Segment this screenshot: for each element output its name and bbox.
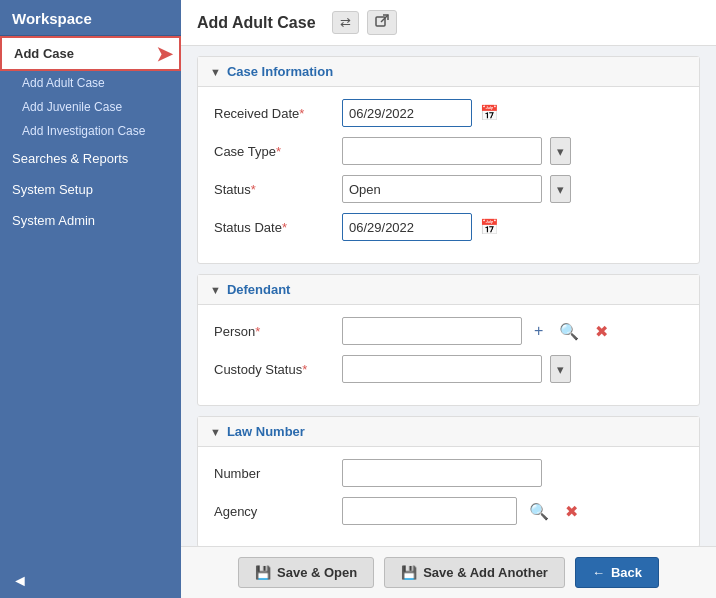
case-type-input[interactable] xyxy=(342,137,542,165)
law-number-title: Law Number xyxy=(227,424,305,439)
case-type-dropdown-arrow[interactable]: ▾ xyxy=(550,137,571,165)
number-input[interactable] xyxy=(342,459,542,487)
case-type-row: Case Type* ▾ xyxy=(214,137,683,165)
custody-status-required: * xyxy=(302,362,307,377)
defendant-chevron-icon: ▼ xyxy=(210,284,221,296)
custody-status-dropdown-arrow[interactable]: ▾ xyxy=(550,355,571,383)
sidebar-workspace[interactable]: Workspace xyxy=(0,0,181,36)
back-arrow-icon: ← xyxy=(592,565,605,580)
custody-status-input[interactable] xyxy=(342,355,542,383)
sidebar-subitem-add-adult-case[interactable]: Add Adult Case xyxy=(0,71,181,95)
defendant-header[interactable]: ▼ Defendant xyxy=(198,275,699,305)
defendant-body: Person* + 🔍 ✖ Custody Status* ▾ xyxy=(198,305,699,405)
status-required: * xyxy=(251,182,256,197)
person-clear-icon[interactable]: ✖ xyxy=(591,320,612,343)
defendant-title: Defendant xyxy=(227,282,291,297)
status-date-required: * xyxy=(282,220,287,235)
agency-label: Agency xyxy=(214,504,334,519)
received-date-label: Received Date* xyxy=(214,106,334,121)
save-open-label: Save & Open xyxy=(277,565,357,580)
person-label: Person* xyxy=(214,324,334,339)
case-information-body: Received Date* 📅 Case Type* ▾ Status* ▾ xyxy=(198,87,699,263)
law-number-chevron-icon: ▼ xyxy=(210,426,221,438)
person-required: * xyxy=(255,324,260,339)
received-date-input[interactable] xyxy=(342,99,472,127)
case-information-title: Case Information xyxy=(227,64,333,79)
main-footer: 💾 Save & Open 💾 Save & Add Another ← Bac… xyxy=(181,546,716,598)
save-add-another-button[interactable]: 💾 Save & Add Another xyxy=(384,557,565,588)
received-date-required: * xyxy=(299,106,304,121)
sidebar-add-case-label: Add Case xyxy=(14,46,74,61)
agency-row: Agency 🔍 ✖ xyxy=(214,497,683,525)
save-open-icon: 💾 xyxy=(255,565,271,580)
save-add-another-label: Save & Add Another xyxy=(423,565,548,580)
custody-status-row: Custody Status* ▾ xyxy=(214,355,683,383)
person-search-icon[interactable]: 🔍 xyxy=(555,320,583,343)
save-add-another-icon: 💾 xyxy=(401,565,417,580)
law-number-header[interactable]: ▼ Law Number xyxy=(198,417,699,447)
main-content: Add Adult Case ⇄ ▼ Case Information Rece… xyxy=(181,0,716,598)
status-row: Status* ▾ xyxy=(214,175,683,203)
person-add-icon[interactable]: + xyxy=(530,320,547,342)
sidebar-item-add-case[interactable]: Add Case ➤ xyxy=(0,36,181,71)
sidebar: Workspace Add Case ➤ Add Adult Case Add … xyxy=(0,0,181,598)
sidebar-system-admin[interactable]: System Admin xyxy=(0,205,181,236)
status-date-calendar-icon[interactable]: 📅 xyxy=(480,218,499,236)
status-dropdown-arrow[interactable]: ▾ xyxy=(550,175,571,203)
agency-search-icon[interactable]: 🔍 xyxy=(525,500,553,523)
received-date-calendar-icon[interactable]: 📅 xyxy=(480,104,499,122)
sidebar-subitem-add-investigation-case[interactable]: Add Investigation Case xyxy=(0,119,181,143)
agency-input[interactable] xyxy=(342,497,517,525)
status-date-label: Status Date* xyxy=(214,220,334,235)
chevron-down-icon: ▼ xyxy=(210,66,221,78)
status-input[interactable] xyxy=(342,175,542,203)
back-label: Back xyxy=(611,565,642,580)
number-row: Number xyxy=(214,459,683,487)
refresh-button[interactable]: ⇄ xyxy=(332,11,359,34)
status-date-row: Status Date* 📅 xyxy=(214,213,683,241)
received-date-row: Received Date* 📅 xyxy=(214,99,683,127)
red-arrow-icon: ➤ xyxy=(156,42,173,66)
page-title: Add Adult Case xyxy=(197,14,316,32)
case-type-label: Case Type* xyxy=(214,144,334,159)
save-open-button[interactable]: 💾 Save & Open xyxy=(238,557,374,588)
main-body: ▼ Case Information Received Date* 📅 Case… xyxy=(181,46,716,546)
number-label: Number xyxy=(214,466,334,481)
main-header: Add Adult Case ⇄ xyxy=(181,0,716,46)
person-row: Person* + 🔍 ✖ xyxy=(214,317,683,345)
sidebar-collapse-button[interactable]: ◄ xyxy=(0,564,181,598)
status-date-input[interactable] xyxy=(342,213,472,241)
sidebar-subitem-add-juvenile-case[interactable]: Add Juvenile Case xyxy=(0,95,181,119)
external-link-button[interactable] xyxy=(367,10,397,35)
case-type-required: * xyxy=(276,144,281,159)
external-link-icon xyxy=(375,14,389,28)
agency-clear-icon[interactable]: ✖ xyxy=(561,500,582,523)
law-number-section: ▼ Law Number Number Agency 🔍 ✖ xyxy=(197,416,700,546)
status-label: Status* xyxy=(214,182,334,197)
person-input[interactable] xyxy=(342,317,522,345)
custody-status-label: Custody Status* xyxy=(214,362,334,377)
sidebar-searches-reports[interactable]: Searches & Reports xyxy=(0,143,181,174)
defendant-section: ▼ Defendant Person* + 🔍 ✖ Custody Status… xyxy=(197,274,700,406)
case-information-header[interactable]: ▼ Case Information xyxy=(198,57,699,87)
back-button[interactable]: ← Back xyxy=(575,557,659,588)
law-number-body: Number Agency 🔍 ✖ xyxy=(198,447,699,546)
case-information-section: ▼ Case Information Received Date* 📅 Case… xyxy=(197,56,700,264)
sidebar-system-setup[interactable]: System Setup xyxy=(0,174,181,205)
